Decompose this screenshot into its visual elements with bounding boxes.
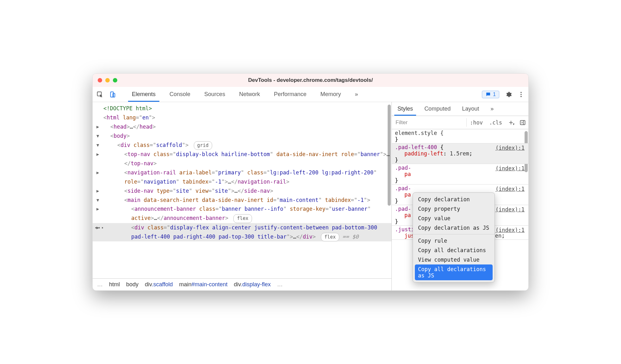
tab-memory[interactable]: Memory (313, 87, 348, 101)
breadcrumb-seg[interactable]: div.scaffold (145, 281, 173, 288)
breadcrumb-seg[interactable]: main#main-content (179, 281, 227, 288)
dom-node-announcement[interactable]: ▶ <announcement-banner class="banner ban… (93, 204, 391, 223)
menu-separator (413, 234, 495, 234)
menu-copy-all-declarations-as-js[interactable]: Copy all declarations as JS (415, 264, 493, 280)
menu-copy-declaration[interactable]: Copy declaration (413, 195, 495, 204)
dom-node-topnav[interactable]: ▶ <top-nav class="display-block hairline… (93, 150, 391, 168)
styles-panel: Styles Computed Layout » :hov .cls ▾ (392, 102, 528, 290)
more-options-icon[interactable] (518, 91, 525, 98)
tab-console[interactable]: Console (163, 87, 197, 101)
expand-arrow-icon[interactable]: ▶ (96, 123, 99, 131)
tab-network[interactable]: Network (232, 87, 267, 101)
rule-element-style[interactable]: element.style { } (392, 129, 528, 143)
context-menu: Copy declaration Copy property Copy valu… (413, 192, 495, 282)
device-toolbar-icon[interactable] (109, 91, 116, 98)
breadcrumb-left-ell[interactable]: … (97, 281, 103, 288)
workspace: <!DOCTYPE html> <html lang="en"> ▶ <head… (93, 102, 528, 290)
styles-rules[interactable]: element.style { } (index):1 .pad-left-40… (392, 129, 528, 290)
breadcrumb-seg[interactable]: div.display-flex (234, 281, 271, 288)
svg-point-3 (520, 92, 522, 93)
issues-count: 1 (493, 92, 496, 97)
elements-panel: <!DOCTYPE html> <html lang="en"> ▶ <head… (93, 102, 392, 290)
expand-arrow-icon[interactable]: ▶ (96, 151, 99, 158)
collapse-arrow-icon[interactable]: ▼ (96, 197, 99, 204)
dom-node-body[interactable]: ▼ <body> (93, 131, 391, 141)
breadcrumb-seg[interactable]: html (109, 281, 120, 288)
tab-computed[interactable]: Computed (419, 102, 456, 115)
window-titlebar: DevTools - developer.chrome.com/tags/dev… (93, 74, 528, 87)
issues-badge[interactable]: 1 (482, 91, 499, 98)
breadcrumb[interactable]: … html body div.scaffold main#main-conte… (93, 278, 391, 290)
cls-toggle[interactable]: .cls (486, 119, 505, 126)
node-actions-icon[interactable]: ••• (95, 224, 104, 232)
breadcrumb-right-ell[interactable]: … (277, 281, 283, 288)
dom-node-html[interactable]: <html lang="en"> (93, 113, 391, 122)
expand-arrow-icon[interactable]: ▶ (96, 224, 99, 232)
menu-copy-all-declarations[interactable]: Copy all declarations (413, 246, 495, 255)
tab-layout[interactable]: Layout (456, 102, 485, 115)
rule-pad-generic[interactable]: (index):1 .pad- pa } (392, 164, 528, 185)
expand-arrow-icon[interactable]: ▶ (96, 187, 99, 195)
menu-copy-value[interactable]: Copy value (413, 214, 495, 223)
dom-node-head[interactable]: ▶ <head>…</head> (93, 122, 391, 131)
dom-node-scaffold[interactable]: ▼ <div class="scaffold"> grid (93, 141, 391, 150)
more-tabs-icon[interactable]: » (348, 87, 365, 101)
collapse-arrow-icon[interactable]: ▼ (96, 132, 99, 140)
expand-arrow-icon[interactable]: ▶ (96, 205, 99, 213)
breadcrumb-seg[interactable]: body (126, 281, 138, 288)
svg-rect-6 (520, 120, 525, 124)
menu-copy-declaration-as-js[interactable]: Copy declaration as JS (413, 223, 495, 233)
tab-styles[interactable]: Styles (392, 102, 419, 115)
dom-tree[interactable]: <!DOCTYPE html> <html lang="en"> ▶ <head… (93, 102, 391, 278)
dom-node-selected[interactable]: ••• ▶ <div class="display-flex align-cen… (93, 223, 391, 241)
dom-node-sidenav[interactable]: ▶ <side-nav type="site" view="site">…</s… (93, 186, 391, 196)
layout-badge-flex[interactable]: flex (233, 214, 252, 223)
new-style-rule-icon[interactable]: ▾ (505, 119, 517, 126)
styles-filter-input[interactable] (392, 116, 466, 129)
collapse-arrow-icon[interactable]: ▼ (96, 142, 99, 149)
settings-gear-icon[interactable] (505, 91, 512, 98)
dom-node-doctype[interactable]: <!DOCTYPE html> (93, 104, 391, 113)
rule-pad-left-400[interactable]: (index):1 .pad-left-400 { padding-left: … (392, 143, 528, 164)
styles-tabs: Styles Computed Layout » (392, 102, 528, 116)
svg-point-4 (520, 94, 522, 95)
menu-view-computed-value[interactable]: View computed value (413, 255, 495, 264)
rule-source-link[interactable]: (index):1 (495, 145, 525, 151)
expand-arrow-icon[interactable]: ▶ (96, 169, 99, 177)
main-toolbar: Elements Console Sources Network Perform… (93, 87, 528, 102)
svg-point-5 (520, 96, 522, 97)
styles-filter-row: :hov .cls ▾ (392, 116, 528, 129)
tab-sources[interactable]: Sources (197, 87, 232, 101)
inspect-element-icon[interactable] (96, 91, 103, 98)
menu-copy-rule[interactable]: Copy rule (413, 236, 495, 246)
tab-performance[interactable]: Performance (267, 87, 313, 101)
rule-source-link[interactable]: (index):1 (495, 206, 525, 213)
styles-more-tabs-icon[interactable]: » (485, 102, 499, 115)
toggle-sidebar-icon[interactable] (517, 119, 528, 126)
devtools-window: DevTools - developer.chrome.com/tags/dev… (92, 73, 529, 291)
rule-source-link[interactable]: (index):1 (495, 227, 525, 233)
layout-badge-grid[interactable]: grid (194, 141, 212, 150)
rule-source-link[interactable]: (index):1 (495, 186, 525, 192)
hov-toggle[interactable]: :hov (467, 119, 486, 126)
dom-node-navigation-rail[interactable]: ▶ <navigation-rail aria-label="primary" … (93, 168, 391, 186)
tab-elements[interactable]: Elements (125, 87, 163, 101)
layout-badge-flex[interactable]: flex (321, 233, 339, 242)
rule-source-link[interactable]: (index):1 (495, 165, 525, 172)
dom-node-main[interactable]: ▼ <main data-search-inert data-side-nav-… (93, 196, 391, 205)
panel-tabs: Elements Console Sources Network Perform… (125, 87, 365, 101)
window-title: DevTools - developer.chrome.com/tags/dev… (93, 77, 528, 83)
menu-copy-property[interactable]: Copy property (413, 204, 495, 214)
